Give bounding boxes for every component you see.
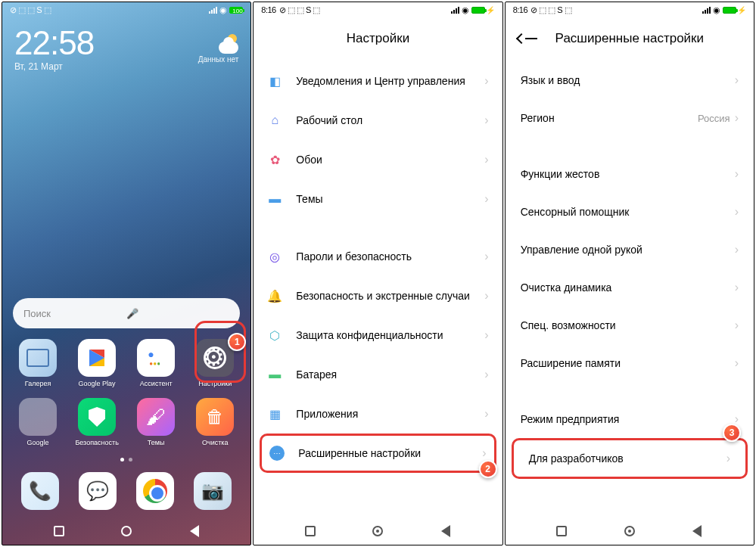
nav-recents[interactable] xyxy=(303,524,317,538)
chevron-icon: › xyxy=(484,250,488,263)
battery-icon: 100 xyxy=(229,7,243,14)
clock: 22:58 xyxy=(14,26,94,60)
chevron-icon: › xyxy=(484,289,488,303)
setting-home[interactable]: ⌂Рабочий стол› xyxy=(254,101,502,140)
signal-icon xyxy=(451,7,459,14)
setting-privacy[interactable]: ⬡Защита конфиденциальности› xyxy=(254,315,502,355)
setting-advanced[interactable]: ⋯ Расширенные настройки › 2 xyxy=(260,434,496,473)
nav-recents[interactable] xyxy=(555,524,568,538)
notification-icon: ◧ xyxy=(267,73,282,89)
signal-icon xyxy=(702,7,711,14)
status-icons: ⊘ ⬚ ⬚ S ⬚ xyxy=(10,5,51,15)
weather-icon xyxy=(214,33,238,54)
home-screen: ⊘ ⬚ ⬚ S ⬚ ◉ 100 22:58 Вт, 21 Март Данных… xyxy=(2,2,251,545)
wifi-icon: ◉ xyxy=(462,5,469,15)
setting-wallpaper[interactable]: ✿Обои› xyxy=(254,140,502,179)
setting-accessibility[interactable]: Спец. возможности› xyxy=(506,306,754,344)
battery-icon: ⚡ xyxy=(723,6,746,14)
emergency-icon: 🔔 xyxy=(267,288,282,303)
assistant-icon xyxy=(137,339,175,377)
search-placeholder: Поиск xyxy=(23,308,126,319)
status-bar: ⊘ ⬚ ⬚ S ⬚ ◉ 100 xyxy=(2,2,250,17)
status-bar: 8:16 ⊘ ⬚ ⬚ S ⬚ ◉ ⚡ xyxy=(254,2,502,17)
app-google-play[interactable]: Google Play xyxy=(69,339,125,387)
dock-chrome[interactable] xyxy=(136,472,174,510)
privacy-icon: ⬡ xyxy=(267,328,282,343)
app-security[interactable]: Безопасность xyxy=(69,398,125,446)
date: Вт, 21 Март xyxy=(14,61,94,72)
nav-bar xyxy=(506,517,754,545)
app-themes[interactable]: 🖌 Темы xyxy=(128,398,184,446)
setting-battery[interactable]: ▬Батарея› xyxy=(254,355,502,394)
nav-home[interactable] xyxy=(623,524,636,538)
themes-icon: 🖌 xyxy=(137,398,175,436)
setting-apps[interactable]: ▦Приложения› xyxy=(254,394,502,434)
nav-bar xyxy=(2,517,250,545)
signal-icon xyxy=(209,7,217,14)
chevron-icon: › xyxy=(726,452,730,465)
chevron-icon: › xyxy=(484,113,488,127)
setting-notifications[interactable]: ◧Уведомления и Центр управления› xyxy=(254,61,502,101)
chevron-icon: › xyxy=(735,243,739,256)
dock-phone[interactable]: 📞 xyxy=(21,472,59,510)
setting-touch-assistant[interactable]: Сенсорный помощник› xyxy=(506,193,754,231)
cleaner-icon: 🗑 xyxy=(196,398,234,436)
home-icon: ⌂ xyxy=(267,113,282,128)
chevron-icon: › xyxy=(735,319,739,332)
chevron-icon: › xyxy=(484,407,488,421)
app-google-folder[interactable]: Google xyxy=(10,398,66,446)
back-button[interactable] xyxy=(518,33,533,45)
chevron-icon: › xyxy=(735,281,739,294)
chevron-icon: › xyxy=(482,446,486,460)
folder-icon xyxy=(19,398,57,436)
lock-icon: ◎ xyxy=(267,249,282,264)
setting-passwords[interactable]: ◎Пароли и безопасность› xyxy=(254,237,502,276)
status-bar: 8:16 ⊘ ⬚ ⬚ S ⬚ ◉ ⚡ xyxy=(506,2,754,17)
wallpaper-icon: ✿ xyxy=(267,152,282,167)
chevron-icon: › xyxy=(735,205,739,219)
screen-title: Расширенные настройки xyxy=(506,17,754,61)
chevron-icon: › xyxy=(735,167,739,181)
advanced-settings-screen: 8:16 ⊘ ⬚ ⬚ S ⬚ ◉ ⚡ Расширенные настройки… xyxy=(505,2,754,545)
play-icon xyxy=(78,339,116,377)
apps-icon: ▦ xyxy=(267,406,282,421)
nav-home[interactable] xyxy=(371,524,384,538)
theme-icon: ▬ xyxy=(267,191,282,207)
chevron-icon: › xyxy=(484,368,488,381)
nav-back[interactable] xyxy=(690,524,704,538)
nav-home[interactable] xyxy=(120,524,133,538)
nav-back[interactable] xyxy=(439,524,453,538)
gallery-icon xyxy=(19,339,57,377)
security-icon xyxy=(78,398,116,436)
battery-icon: ▬ xyxy=(267,367,282,382)
app-settings[interactable]: 1 Настройки xyxy=(187,339,243,387)
weather-widget[interactable]: Данных нет xyxy=(198,33,239,64)
advanced-icon: ⋯ xyxy=(269,446,285,461)
setting-themes[interactable]: ▬Темы› xyxy=(254,179,502,219)
search-bar[interactable]: Поиск 🎤 xyxy=(13,298,240,328)
callout-badge-3: 3 xyxy=(723,424,741,442)
setting-enterprise[interactable]: Режим предприятия› xyxy=(506,400,754,438)
page-indicator xyxy=(2,446,250,468)
wifi-icon: ◉ xyxy=(219,5,227,15)
setting-emergency[interactable]: 🔔Безопасность и экстренные случаи› xyxy=(254,276,502,315)
setting-gestures[interactable]: Функции жестов› xyxy=(506,155,754,193)
setting-memory-extension[interactable]: Расширение памяти› xyxy=(506,344,754,382)
dock-camera[interactable]: 📷 xyxy=(194,472,232,510)
app-cleaner[interactable]: 🗑 Очистка xyxy=(187,398,243,446)
setting-onehand[interactable]: Управление одной рукой› xyxy=(506,231,754,269)
nav-back[interactable] xyxy=(188,524,201,538)
nav-recents[interactable] xyxy=(52,524,66,538)
app-gallery[interactable]: Галерея xyxy=(10,339,66,387)
setting-region[interactable]: РегионРоссия› xyxy=(506,99,754,137)
setting-developer[interactable]: Для разработчиков › 3 xyxy=(512,438,748,479)
app-assistant[interactable]: Ассистент xyxy=(128,339,184,387)
mic-icon[interactable]: 🎤 xyxy=(126,308,229,319)
setting-speaker-clean[interactable]: Очистка динамика› xyxy=(506,269,754,306)
dock-messages[interactable]: 💬 xyxy=(79,472,117,510)
nav-bar xyxy=(254,517,502,545)
callout-badge-1: 1 xyxy=(228,333,246,351)
callout-badge-2: 2 xyxy=(479,460,497,478)
setting-language[interactable]: Язык и ввод› xyxy=(506,61,754,99)
chevron-icon: › xyxy=(484,153,488,166)
